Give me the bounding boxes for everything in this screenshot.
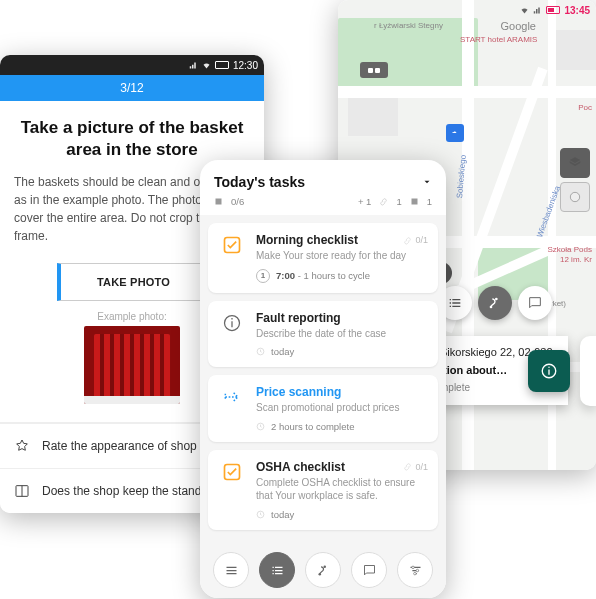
report-icon: [214, 197, 223, 206]
signal-icon: [189, 61, 198, 70]
poi-label: Szkoła Pods: [548, 246, 592, 254]
wifi-icon: [520, 6, 529, 15]
task-title: Fault reporting: [256, 311, 341, 325]
poi-label: START hotel ARAMIS: [460, 36, 537, 44]
phone-tasks: Today's tasks 0/6 + 1 1 1 Morning checkl…: [200, 160, 446, 598]
chevron-down-icon: [422, 177, 432, 187]
svg-point-18: [318, 573, 321, 576]
svg-point-19: [323, 565, 326, 568]
clock: 13:45: [564, 5, 590, 16]
svg-point-5: [548, 367, 550, 369]
tasks-plus: + 1: [358, 196, 371, 207]
task-desc: Complete OSHA checklist to ensure that Y…: [256, 476, 428, 503]
battery-icon: [215, 61, 229, 69]
svg-point-2: [495, 298, 498, 301]
poi-label: r Łyżwiarski Stegny: [374, 22, 443, 30]
wifi-icon: [202, 61, 211, 70]
map-fab-cluster: [438, 286, 552, 320]
map-pin-route[interactable]: [446, 124, 464, 142]
question-text: Does the shop keep the standard: [42, 484, 219, 498]
task-icon: [218, 385, 246, 432]
task-icon: [218, 460, 246, 520]
nav-filter[interactable]: [397, 552, 433, 588]
status-bar: 12:30: [0, 55, 264, 75]
svg-point-1: [490, 306, 493, 309]
link-icon: [403, 236, 412, 245]
tasks-header[interactable]: Today's tasks: [200, 160, 446, 196]
progress-text: 3/12: [120, 81, 143, 95]
info-fab[interactable]: [528, 350, 570, 392]
route-fab[interactable]: [478, 286, 512, 320]
report-icon: [410, 197, 419, 206]
svg-point-13: [231, 318, 233, 320]
svg-point-21: [416, 569, 419, 572]
take-photo-button[interactable]: TAKE PHOTO: [57, 263, 207, 301]
example-photo: [84, 326, 180, 404]
google-logo: Google: [501, 20, 536, 32]
tasks-title: Today's tasks: [214, 174, 305, 190]
poi-label: 12 im. Kr: [560, 256, 592, 264]
task-time: 7:00 - 1 hours to cycle: [276, 270, 370, 281]
task-card[interactable]: Price scanningScan promotional product p…: [208, 375, 438, 442]
svg-rect-9: [411, 199, 417, 205]
clock-icon: [256, 422, 265, 431]
progress-bar: 3/12: [0, 75, 264, 101]
task-title: Price scanning: [256, 385, 341, 399]
svg-rect-8: [216, 199, 222, 205]
link-icon: [379, 197, 388, 206]
clock-icon: [256, 347, 265, 356]
poi-label: Poc: [578, 104, 592, 112]
task-desc: Make Your store ready for the day: [256, 249, 428, 263]
task-card[interactable]: Fault reportingDescribe the date of the …: [208, 301, 438, 368]
task-schedule: today: [271, 346, 294, 357]
task-icon: [218, 311, 246, 358]
task-icon: [218, 233, 246, 283]
svg-point-20: [411, 566, 414, 569]
task-schedule: 2 hours to complete: [271, 421, 354, 432]
map-layers-button[interactable]: [560, 148, 590, 178]
nav-chat[interactable]: [351, 552, 387, 588]
task-count: 0/1: [415, 235, 428, 245]
task-desc: Scan promotional product prices: [256, 401, 428, 415]
task-desc: Describe the date of the case: [256, 327, 428, 341]
nav-route[interactable]: [305, 552, 341, 588]
map-layer-chip[interactable]: [360, 62, 388, 78]
book-icon: [14, 483, 30, 499]
clock: 12:30: [233, 60, 258, 71]
tasks-meta: 0/6 + 1 1 1: [200, 196, 446, 215]
nav-tasks[interactable]: [259, 552, 295, 588]
tasks-count: 0/6: [231, 196, 244, 207]
bottom-nav: [200, 552, 446, 588]
tasks-list: Morning checklist0/1Make Your store read…: [200, 215, 446, 598]
task-title: OSHA checklist: [256, 460, 345, 474]
badge-number: 1: [256, 269, 270, 283]
building: [556, 30, 596, 70]
task-card[interactable]: OSHA checklist0/1Complete OSHA checklist…: [208, 450, 438, 530]
task-count: 0/1: [415, 462, 428, 472]
poi-label: rket): [550, 300, 566, 308]
nav-menu[interactable]: [213, 552, 249, 588]
signal-icon: [533, 6, 542, 15]
map-target-button[interactable]: [560, 182, 590, 212]
battery-icon: [546, 6, 560, 14]
svg-point-0: [570, 192, 579, 201]
star-icon: [14, 438, 30, 454]
chat-fab[interactable]: [518, 286, 552, 320]
task-card[interactable]: Morning checklist0/1Make Your store read…: [208, 223, 438, 293]
survey-heading: Take a picture of the basket area in the…: [20, 117, 244, 161]
clock-icon: [256, 510, 265, 519]
tasks-report: 1: [427, 196, 432, 207]
tasks-link: 1: [396, 196, 401, 207]
link-icon: [403, 462, 412, 471]
svg-point-22: [413, 572, 416, 575]
edge-card[interactable]: [580, 336, 596, 406]
question-text: Rate the appearance of shop site: [42, 439, 219, 453]
task-schedule: today: [271, 509, 294, 520]
status-bar: 13:45: [338, 0, 596, 20]
task-title: Morning checklist: [256, 233, 358, 247]
